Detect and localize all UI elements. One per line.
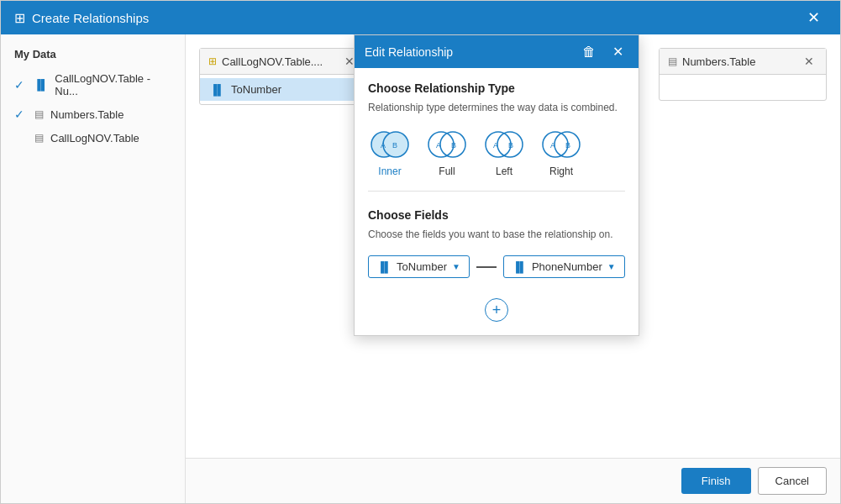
connector-line: [476, 266, 497, 268]
dialog-close-button[interactable]: ✕: [801, 5, 827, 30]
table-card-title-numbers: Numbers.Table: [682, 55, 755, 68]
join-types-container: A B Inner A: [368, 129, 625, 192]
close-tab-button-numbers[interactable]: ✕: [801, 54, 817, 69]
create-relationships-dialog: ⊞ Create Relationships ✕ My Data ✓ ▐▌ Ca…: [0, 0, 841, 504]
table-card-body-numbers: [660, 75, 826, 100]
sidebar-item-calllog-table[interactable]: ✓ ▤ CallLogNOV.Table: [1, 126, 185, 150]
join-type-full[interactable]: A B Full: [425, 129, 469, 177]
sidebar-item-label: CallLogNOV.Table - Nu...: [55, 72, 171, 97]
choose-fields-title: Choose Fields: [368, 208, 625, 222]
svg-text:A: A: [436, 141, 441, 150]
check-icon: ✓: [14, 78, 27, 92]
table-icon: ▤: [34, 132, 44, 144]
sidebar-item-label: Numbers.Table: [50, 108, 124, 121]
delete-relationship-button[interactable]: 🗑: [577, 43, 601, 61]
calllog-table-card: ⊞ CallLogNOV.Table.... ✕ ▐▌ ToNumber: [199, 48, 367, 105]
svg-text:A: A: [493, 141, 498, 150]
edit-rel-header: Edit Relationship 🗑 ✕: [355, 35, 639, 68]
field-connector: [476, 266, 497, 268]
main-content: ⊞ CallLogNOV.Table.... ✕ ▐▌ ToNumber: [186, 34, 840, 503]
bar-chart-icon: ▐▌: [34, 79, 48, 91]
field-left-label: ToNumber: [397, 260, 447, 273]
right-label: Right: [549, 165, 573, 177]
table-header-icon: ⊞: [208, 55, 217, 67]
edit-rel-body: Choose Relationship Type Relationship ty…: [355, 68, 639, 335]
svg-text:B: B: [508, 141, 513, 150]
dialog-footer: Finish Cancel: [186, 458, 840, 503]
table-card-body: ▐▌ ToNumber: [200, 75, 366, 104]
table-row-tonumber[interactable]: ▐▌ ToNumber: [200, 78, 366, 101]
svg-text:B: B: [392, 141, 397, 150]
check-icon: ✓: [14, 108, 28, 121]
sidebar-item-numbers-table[interactable]: ✓ ▤ Numbers.Table: [1, 102, 185, 126]
field-left-icon: ▐▌: [377, 261, 392, 273]
full-label: Full: [439, 165, 455, 177]
dialog-title: Create Relationships: [32, 11, 149, 25]
table-card-header-numbers: ▤ Numbers.Table ✕: [660, 49, 826, 75]
title-bar: ⊞ Create Relationships ✕: [1, 1, 840, 34]
finish-button[interactable]: Finish: [681, 468, 751, 494]
svg-text:B: B: [451, 141, 456, 150]
join-type-right[interactable]: A B Right: [539, 129, 583, 177]
sidebar-item-calllog-nu[interactable]: ✓ ▐▌ CallLogNOV.Table - Nu...: [1, 67, 185, 102]
inner-label: Inner: [378, 165, 401, 177]
cancel-button[interactable]: Cancel: [758, 467, 827, 495]
field-right-label: PhoneNumber: [532, 260, 602, 273]
sidebar-header: My Data: [1, 45, 185, 67]
choose-type-desc: Relationship type determines the way dat…: [368, 100, 625, 115]
field-right-icon: ▐▌: [512, 261, 527, 273]
chevron-down-icon-right: ▼: [607, 262, 616, 271]
left-label: Left: [496, 165, 512, 177]
svg-text:A: A: [381, 141, 386, 150]
sidebar-item-label: CallLogNOV.Table: [50, 132, 139, 144]
table-card-title: CallLogNOV.Table....: [222, 55, 323, 68]
numbers-table-card: ▤ Numbers.Table ✕: [659, 48, 827, 101]
table-icon: ▤: [34, 108, 44, 120]
title-bar-left: ⊞ Create Relationships: [14, 10, 149, 26]
dialog-body: My Data ✓ ▐▌ CallLogNOV.Table - Nu... ✓ …: [1, 34, 840, 503]
row-label: ToNumber: [231, 83, 281, 96]
svg-text:A: A: [550, 141, 555, 150]
choose-fields-desc: Choose the fields you want to base the r…: [368, 227, 625, 242]
field-left-dropdown[interactable]: ▐▌ ToNumber ▼: [368, 255, 470, 278]
chevron-down-icon: ▼: [452, 262, 460, 271]
sidebar: My Data ✓ ▐▌ CallLogNOV.Table - Nu... ✓ …: [1, 34, 186, 503]
field-row: ▐▌ ToNumber ▼ ▐▌ PhoneNumber ▼: [368, 255, 625, 278]
table-card-header: ⊞ CallLogNOV.Table.... ✕: [200, 49, 366, 75]
edit-relationship-panel: Edit Relationship 🗑 ✕ Choose Relationshi…: [354, 34, 639, 336]
field-right-dropdown[interactable]: ▐▌ PhoneNumber ▼: [503, 255, 625, 278]
table-header-icon: ▤: [668, 55, 677, 67]
svg-text:B: B: [565, 141, 570, 150]
edit-rel-title: Edit Relationship: [365, 45, 453, 59]
join-type-inner[interactable]: A B Inner: [368, 129, 412, 177]
add-field-button[interactable]: +: [485, 298, 508, 322]
close-edit-rel-button[interactable]: ✕: [607, 42, 628, 61]
bar-icon: ▐▌: [210, 84, 224, 96]
tables-area: ⊞ CallLogNOV.Table.... ✕ ▐▌ ToNumber: [186, 34, 840, 458]
choose-type-title: Choose Relationship Type: [368, 81, 625, 95]
join-type-left[interactable]: A B Left: [482, 129, 526, 177]
dialog-icon: ⊞: [14, 10, 25, 26]
